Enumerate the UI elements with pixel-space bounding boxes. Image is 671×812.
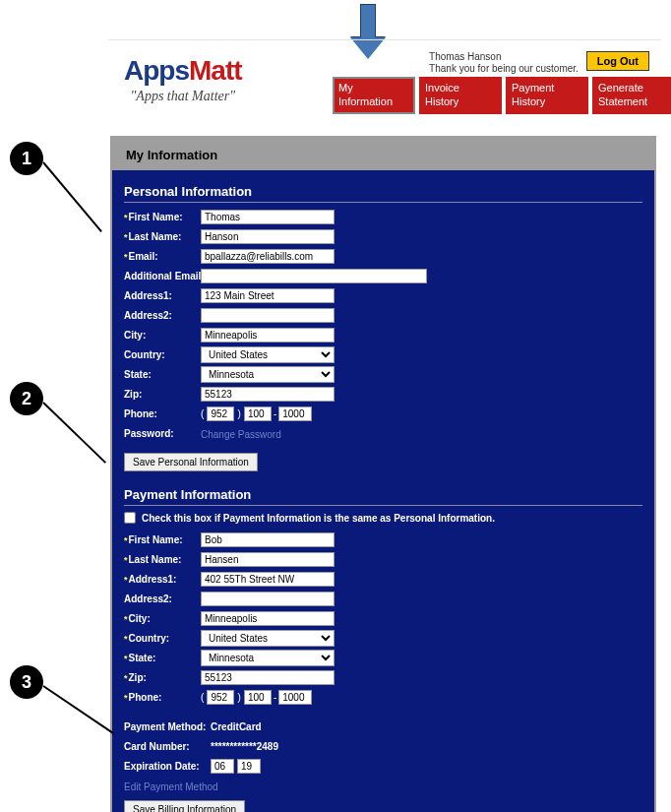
tab-payment-history[interactable]: Payment History [506,77,588,114]
country-select[interactable]: United States [201,346,335,363]
pay-city-input[interactable] [201,611,335,626]
header-divider [108,39,661,40]
logo-tagline: "Apps that Matter" [124,89,242,104]
label-exp-date: Expiration Date: [124,761,211,772]
user-name: Thomas Hanson [429,51,579,63]
phone-close-paren: ) [237,692,240,703]
label-country: Country: [124,349,201,360]
section-personal: Personal Information [124,178,642,203]
addr2-input[interactable] [201,308,335,323]
last-name-input[interactable] [201,229,335,244]
payment-method-value: CreditCard [211,721,262,732]
pay-state-select[interactable]: Minnesota [201,650,335,666]
save-personal-button[interactable]: Save Personal Information [124,453,258,471]
email-input[interactable] [201,249,335,264]
label-state: State: [124,369,201,380]
tab-invoice-history[interactable]: Invoice History [419,77,502,114]
label-card-number: Card Number: [124,741,211,752]
exp-year-input[interactable] [237,759,261,774]
pay-last-input[interactable] [201,552,335,567]
addr1-input[interactable] [201,288,335,303]
pay-phone-area-input[interactable] [207,690,234,705]
label-addr2: Address2: [124,310,201,321]
logo-matt: Matt [189,55,242,86]
logo: AppsMatt "Apps that Matter" [124,55,242,104]
callout-line-3 [42,685,113,734]
label-city: City: [124,330,201,341]
label-first-name: First Name: [124,212,201,222]
pay-first-input[interactable] [201,532,335,547]
callout-badge-2: 2 [10,382,43,415]
tab-line1: My [338,82,409,95]
section-payment: Payment Information [124,481,642,506]
pay-phone-prefix-input[interactable] [244,690,272,705]
label-pay-zip: Zip: [124,672,201,683]
label-pay-country: Country: [124,633,201,644]
state-select[interactable]: Minnesota [201,366,335,383]
save-billing-button[interactable]: Save Billing Information [124,800,245,812]
label-pay-phone: Phone: [124,692,201,703]
callout-badge-1: 1 [10,142,43,175]
callout-badge-3: 3 [10,665,43,699]
edit-payment-method-link[interactable]: Edit Payment Method [124,781,218,792]
tab-my-information[interactable]: My Information [333,77,415,114]
tab-line2: History [425,95,496,109]
first-name-input[interactable] [201,210,335,224]
tab-line2: History [512,95,582,109]
nav-tabs: My Information Invoice History Payment H… [333,77,671,114]
label-zip: Zip: [124,389,201,400]
label-pay-state: State: [124,653,201,663]
phone-dash: - [272,692,278,703]
pay-zip-input[interactable] [201,670,335,685]
label-pay-addr2: Address2: [124,593,201,604]
callout-line-1 [42,161,102,232]
page-title: My Information [112,138,654,170]
phone-dash: - [272,408,278,419]
logo-apps: Apps [124,55,189,86]
label-phone: Phone: [124,408,201,419]
pay-addr1-input[interactable] [201,572,335,587]
tab-line1: Invoice [425,82,496,95]
label-addr1: Address1: [124,290,201,301]
tab-line1: Payment [512,82,582,95]
label-pay-first: First Name: [124,534,201,545]
card-number-value: ************2489 [211,741,278,752]
exp-month-input[interactable] [211,759,234,774]
same-as-personal-label: Check this box if Payment Information is… [142,513,495,524]
pay-addr2-input[interactable] [201,592,335,606]
phone-line-input[interactable] [278,406,312,421]
phone-open-paren: ( [201,408,204,419]
phone-prefix-input[interactable] [244,406,272,421]
phone-area-input[interactable] [207,406,234,421]
same-as-personal-checkbox[interactable] [124,512,136,524]
city-input[interactable] [201,328,335,343]
tab-line2: Statement [598,95,669,109]
zip-input[interactable] [201,387,335,402]
tab-line1: Generate [598,82,669,95]
callout-line-2 [42,402,106,464]
user-thanks: Thank you for being our customer. [429,63,579,75]
change-password-link[interactable]: Change Password [201,429,281,440]
label-last-name: Last Name: [124,231,201,242]
addl-emails-input[interactable] [201,269,427,283]
form-panel: My Information Personal Information Firs… [110,136,656,812]
tab-generate-statement[interactable]: Generate Statement [592,77,671,114]
pay-country-select[interactable]: United States [201,630,335,647]
label-password: Password: [124,428,201,439]
label-pay-city: City: [124,613,201,624]
label-email: Email: [124,251,201,262]
logout-button[interactable]: Log Out [586,51,649,71]
pay-phone-line-input[interactable] [278,690,312,705]
tab-line2: Information [338,95,409,109]
phone-close-paren: ) [237,408,240,419]
label-pay-addr1: Address1: [124,574,201,585]
label-pay-last: Last Name: [124,554,201,565]
phone-open-paren: ( [201,692,204,703]
label-payment-method: Payment Method: [124,721,211,732]
